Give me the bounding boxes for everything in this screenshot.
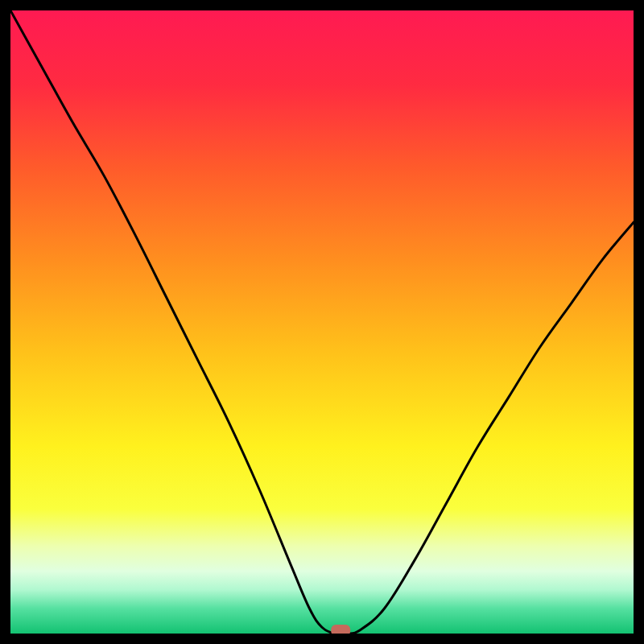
chart-svg xyxy=(10,10,634,634)
minimum-marker xyxy=(331,625,350,634)
chart-frame: TheBottleneck.com xyxy=(10,10,634,634)
chart-background xyxy=(10,10,634,634)
